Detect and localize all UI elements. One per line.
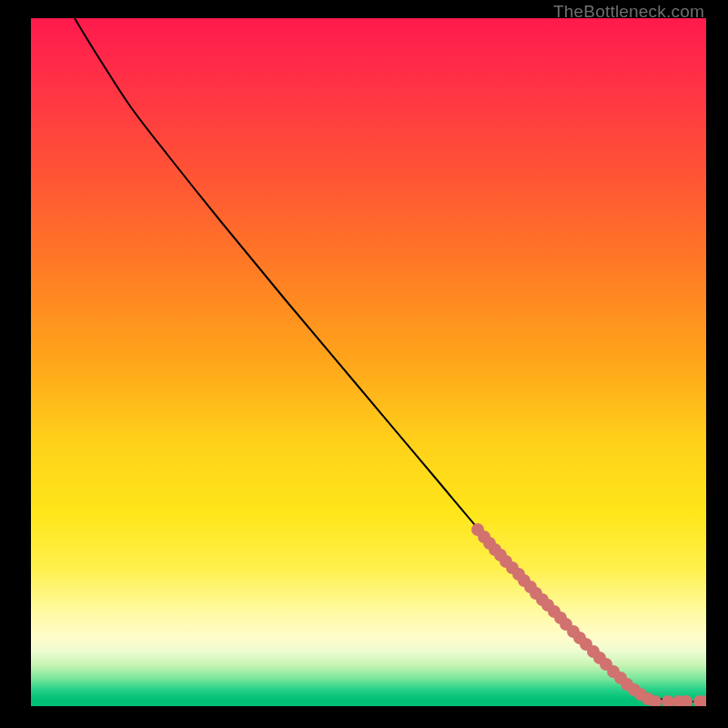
chart-stage: TheBottleneck.com: [0, 0, 728, 728]
bottleneck-curve: [75, 18, 706, 702]
data-points: [471, 523, 706, 706]
chart-svg: [31, 18, 706, 706]
plot-area: [31, 18, 706, 706]
data-point: [662, 695, 674, 706]
